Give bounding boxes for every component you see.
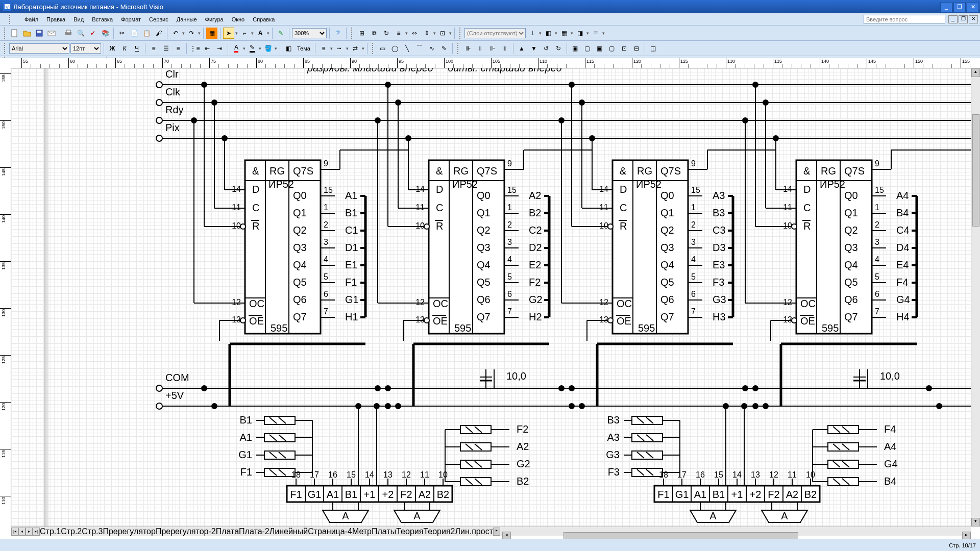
menu-help[interactable]: Справка xyxy=(249,15,279,24)
menu-edit[interactable]: Правка xyxy=(42,15,69,24)
tab-first[interactable]: |◂ xyxy=(11,528,18,536)
line-ends-button[interactable]: ⇄ xyxy=(350,43,361,54)
menu-data[interactable]: Данные xyxy=(173,15,201,24)
menu-shape[interactable]: Фигура xyxy=(201,15,228,24)
tab-last[interactable]: ▸| xyxy=(33,528,40,536)
layer-btn4[interactable]: ◨ xyxy=(574,28,585,39)
tab-scroll[interactable]: ▸ xyxy=(493,528,500,536)
minimize-button[interactable]: _ xyxy=(940,2,952,12)
spell-button[interactable]: ✓ xyxy=(87,28,99,39)
fill-color-button[interactable]: 🪣 xyxy=(262,43,274,54)
bold-button[interactable]: Ж xyxy=(107,43,118,54)
doc-close[interactable]: ✕ xyxy=(969,15,978,23)
drawing-canvas[interactable]: разряды: младший впередбиты: старший впе… xyxy=(11,68,971,527)
research-button[interactable]: 📚 xyxy=(100,28,111,39)
menu-format[interactable]: Формат xyxy=(117,15,145,24)
align-button[interactable]: ≡ xyxy=(393,28,404,39)
print-button[interactable] xyxy=(63,28,74,39)
layer-btn2[interactable]: ◧ xyxy=(543,28,554,39)
line-pattern-button[interactable]: ┅ xyxy=(334,43,345,54)
backward-btn[interactable]: ▢ xyxy=(606,43,618,54)
freeform-tool[interactable]: ∿ xyxy=(426,43,437,54)
rot-btn[interactable]: ↺ xyxy=(541,43,552,54)
page-tab[interactable]: Пререгулятор-2 xyxy=(156,527,216,536)
extra-btn[interactable]: ◫ xyxy=(648,43,659,54)
close-button[interactable]: ✕ xyxy=(967,2,979,12)
indent-dec-button[interactable]: ⇤ xyxy=(202,43,213,54)
connector-button[interactable]: ⌐ xyxy=(239,28,250,39)
paste-button[interactable]: 📋 xyxy=(141,28,152,39)
layer-btn1[interactable]: ⊥ xyxy=(527,28,538,39)
doc-restore[interactable]: ❐ xyxy=(959,15,968,23)
distr-btn3[interactable]: ⊪ xyxy=(487,43,498,54)
help-button[interactable]: ? xyxy=(332,28,344,39)
page-tab[interactable]: Стр.3 xyxy=(82,527,103,536)
page-tab[interactable]: Страница-4 xyxy=(308,527,352,536)
align-left-button[interactable]: ≡ xyxy=(148,43,159,54)
line-color-button[interactable]: ✎ xyxy=(247,43,258,54)
line-tool[interactable]: ╲ xyxy=(402,43,413,54)
preview-button[interactable]: 🔍 xyxy=(75,28,86,39)
rot-btn2[interactable]: ↻ xyxy=(553,43,564,54)
scrollbar-horizontal[interactable] xyxy=(564,532,798,539)
align-right-button[interactable]: ≡ xyxy=(173,43,184,54)
distr-btn2[interactable]: ⫴ xyxy=(475,43,486,54)
shapes-window-button[interactable]: ▦ xyxy=(206,28,217,39)
zoom-select[interactable]: 300% xyxy=(292,28,327,38)
theme-label[interactable]: Тема xyxy=(295,45,312,52)
group2-btn[interactable]: ⊡ xyxy=(619,43,630,54)
distr-btn4[interactable]: ⫴ xyxy=(499,43,510,54)
ellipse-tool[interactable]: ◯ xyxy=(389,43,401,54)
text-button[interactable]: A xyxy=(255,28,266,39)
redo-button[interactable]: ↷ xyxy=(186,28,197,39)
page-tab[interactable]: Платы xyxy=(372,527,396,536)
rotate-button[interactable]: ↻ xyxy=(381,28,392,39)
back-btn[interactable]: ▢ xyxy=(582,43,593,54)
menu-insert[interactable]: Вставка xyxy=(88,15,117,24)
copy-button[interactable]: 📄 xyxy=(129,28,140,39)
open-button[interactable] xyxy=(21,28,33,39)
scrollbar-vertical[interactable]: ▴ ▾ xyxy=(971,68,980,527)
italic-button[interactable]: К xyxy=(119,43,130,54)
format-painter-button[interactable]: 🖌 xyxy=(153,28,164,39)
page-tab[interactable]: Стр.2 xyxy=(61,527,82,536)
save-button[interactable] xyxy=(34,28,45,39)
tab-next[interactable]: ▸ xyxy=(26,528,33,536)
flip-btn2[interactable]: ▼ xyxy=(528,43,540,54)
page-tab[interactable]: Лин.прост xyxy=(455,527,493,536)
page-tab[interactable]: Стр.1 xyxy=(40,527,61,536)
menu-tools[interactable]: Сервис xyxy=(145,15,173,24)
menu-file[interactable]: Файл xyxy=(20,15,42,24)
layer-btn5[interactable]: ≣ xyxy=(590,28,601,39)
pencil-tool[interactable]: ✎ xyxy=(438,43,450,54)
layer-btn3[interactable]: ▦ xyxy=(558,28,570,39)
page-tab[interactable]: Линейный xyxy=(270,527,308,536)
front-btn[interactable]: ▣ xyxy=(570,43,581,54)
ink-button[interactable]: ✎ xyxy=(275,28,286,39)
group-button[interactable]: ⊡ xyxy=(437,28,448,39)
theme-button[interactable]: ◧ xyxy=(283,43,294,54)
fontsize-select[interactable]: 12пт xyxy=(70,43,101,54)
rect-tool[interactable]: ▭ xyxy=(377,43,388,54)
page-tab[interactable]: Теория2 xyxy=(423,527,455,536)
snap-grid-button[interactable]: ⊞ xyxy=(356,28,368,39)
pointer-button[interactable]: ➤ xyxy=(223,28,234,39)
cut-button[interactable]: ✂ xyxy=(116,28,128,39)
crop-button[interactable]: ⧉ xyxy=(369,28,380,39)
font-select[interactable]: Arial xyxy=(9,43,69,54)
font-color-button[interactable]: A xyxy=(231,43,242,54)
align-center-button[interactable]: ☰ xyxy=(160,43,172,54)
indent-inc-button[interactable]: ⇥ xyxy=(214,43,225,54)
ungroup-btn[interactable]: ⊟ xyxy=(631,43,642,54)
help-search[interactable] xyxy=(864,15,945,24)
page-tab[interactable]: Плата-2 xyxy=(239,527,270,536)
doc-minimize[interactable]: _ xyxy=(948,15,958,23)
mail-button[interactable] xyxy=(46,28,57,39)
page-tab[interactable]: Метр xyxy=(352,527,372,536)
menu-view[interactable]: Вид xyxy=(69,15,88,24)
layers-select[interactable]: (Слои отсутствуют) xyxy=(464,28,526,38)
maximize-button[interactable]: ❐ xyxy=(953,2,966,12)
undo-button[interactable]: ↶ xyxy=(170,28,181,39)
bullets-button[interactable]: ⋮≡ xyxy=(189,43,201,54)
forward-btn[interactable]: ▣ xyxy=(594,43,605,54)
